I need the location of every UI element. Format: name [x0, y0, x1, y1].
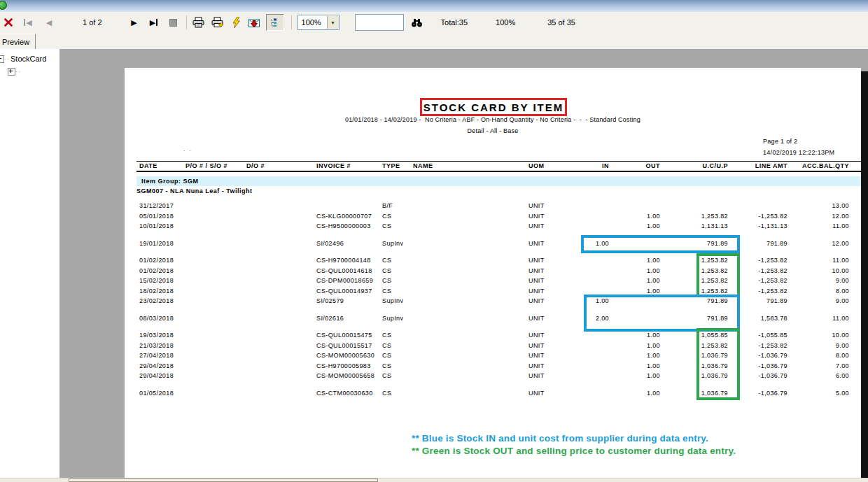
cell-type: CS — [382, 286, 413, 297]
cell-date: 01/02/2018 — [139, 255, 186, 266]
cell-do — [246, 239, 316, 249]
cell-uom: UNIT — [528, 276, 570, 286]
cell-invoice: CS-H9700004148 — [316, 255, 382, 266]
cell-in — [570, 330, 609, 341]
report-title: STOCK CARD BY ITEM — [424, 101, 564, 113]
cell-invoice: CS-QUL00014937 — [316, 286, 382, 297]
cell-date: 29/04/2018 — [139, 361, 186, 371]
print-setup-button[interactable] — [211, 15, 224, 30]
table-row: 15/02/2018CS-DPM00018659CSUNIT1.001,253.… — [139, 276, 849, 286]
col-do: D/O # — [246, 162, 316, 170]
cell-type: CS — [382, 361, 413, 371]
horizontal-scrollbar-thumb[interactable] — [69, 479, 378, 482]
cell-name — [413, 388, 528, 399]
cell-do — [246, 266, 316, 276]
cell-uom: UNIT — [528, 296, 570, 306]
horizontal-scrollbar[interactable] — [0, 478, 868, 482]
prev-page-icon: ◀ — [46, 19, 52, 27]
cell-name — [413, 361, 528, 371]
cell-type: CS — [382, 350, 413, 361]
table-row: 23/02/2018SI/02579SupInvUNIT1.00791.8979… — [139, 296, 849, 306]
report-page: STOCK CARD BY ITEM 01/01/2018 - 14/02/20… — [125, 68, 861, 478]
tree-node-stockcard[interactable]: ·· StockCard — [0, 53, 59, 64]
report-rows: 31/12/2017B/FUNIT13.0005/01/2018CS-KLG00… — [139, 201, 849, 398]
cell-po — [186, 276, 246, 286]
cell-date: 19/03/2018 — [139, 330, 186, 341]
col-name: NAME — [413, 162, 528, 170]
toggle-group-tree-button[interactable] — [266, 14, 284, 31]
cell-in — [570, 350, 609, 361]
report-subtitle-mode: Detail - All - Base — [125, 127, 861, 134]
search-input[interactable] — [355, 14, 404, 31]
table-row: 01/02/2018CS-H9700004148CSUNIT1.001,253.… — [139, 255, 849, 266]
cell-out: 1.00 — [609, 330, 660, 341]
cell-po — [186, 341, 246, 351]
print-setup-icon — [211, 17, 224, 28]
cell-uom: UNIT — [528, 371, 570, 381]
cell-po — [186, 350, 246, 361]
cell-bal: 11.00 — [788, 313, 849, 324]
cell-out: 1.00 — [609, 341, 660, 351]
refresh-button[interactable] — [231, 15, 242, 30]
cell-do — [246, 221, 316, 232]
item-group-row: Item Group: SGM — [136, 176, 861, 186]
export-button[interactable] — [248, 15, 260, 30]
table-row: 19/03/2018CS-QUL00015475CSUNIT1.001,055.… — [139, 330, 849, 341]
table-row: 01/02/2018CS-QUL00014618CSUNIT1.001,253.… — [139, 266, 849, 276]
cell-type: CS — [382, 276, 413, 286]
cell-do — [246, 341, 316, 351]
item-code-row: SGM007 - NLA Nuna Leaf - Twilight — [136, 187, 253, 194]
cell-name — [413, 313, 528, 324]
cell-date: 01/02/2018 — [139, 266, 186, 276]
cell-date: 31/12/2017 — [139, 201, 186, 211]
table-row: 29/04/2018CS-MOM00005658CSUNIT1.001,036.… — [139, 371, 849, 381]
close-preview-button[interactable] — [3, 15, 14, 30]
prev-page-button[interactable]: ◀ — [43, 15, 55, 30]
find-button[interactable] — [411, 15, 423, 30]
cell-po — [186, 361, 246, 371]
table-row: 31/12/2017B/FUNIT13.00 — [139, 201, 849, 211]
cell-out: 1.00 — [609, 350, 660, 361]
next-page-button[interactable]: ▶ — [129, 15, 140, 30]
cell-po — [186, 330, 246, 341]
cell-date: 01/05/2018 — [139, 388, 186, 399]
cell-bal: 9.00 — [788, 341, 849, 351]
cell-bal: 8.00 — [788, 286, 849, 297]
stop-loading-button[interactable] — [168, 15, 179, 30]
cell-name — [413, 286, 528, 297]
cell-uom: UNIT — [528, 341, 570, 351]
col-out: OUT — [609, 162, 660, 170]
collapse-box-icon[interactable] — [0, 55, 4, 63]
cell-uom: UNIT — [528, 361, 570, 371]
cell-po — [186, 296, 246, 306]
progress-percent-label: 100% — [496, 18, 515, 27]
cell-do — [246, 350, 316, 361]
table-row: 27/04/2018CS-MOM00005630CSUNIT1.001,036.… — [139, 350, 849, 361]
first-page-button[interactable]: ◀ — [22, 15, 34, 30]
table-row: 05/01/2018CS-KLG00000707CSUNIT1.001,253.… — [139, 211, 849, 222]
zoom-dropdown-button[interactable]: ▼ — [327, 16, 339, 29]
print-button[interactable] — [192, 15, 204, 30]
zoom-combobox[interactable]: 100% ▼ — [298, 15, 340, 30]
cell-invoice: CS-MOM00005658 — [316, 371, 382, 381]
cell-name — [413, 296, 528, 306]
cell-po — [186, 201, 246, 211]
cell-do — [246, 286, 316, 297]
cell-uom: UNIT — [528, 255, 570, 266]
page-number-label: Page 1 of 2 — [763, 136, 834, 147]
binoculars-icon — [411, 18, 423, 27]
expand-box-icon[interactable] — [8, 68, 15, 76]
last-page-button[interactable]: ▶ — [148, 15, 160, 30]
toolbar-separator — [291, 15, 292, 29]
cell-name — [413, 211, 528, 222]
cell-out: 1.00 — [609, 388, 660, 399]
highlight-box-green-2 — [696, 328, 740, 400]
cell-out: 1.00 — [609, 266, 660, 276]
tab-preview[interactable]: Preview — [0, 34, 36, 50]
cell-invoice: CS-QUL00015517 — [316, 341, 382, 351]
header-dots: . . — [183, 146, 192, 153]
col-in: IN — [570, 162, 609, 170]
table-row: 08/03/2018SI/02616SupInvUNIT2.00791.891,… — [139, 313, 849, 324]
cell-invoice: CS-H9500000003 — [316, 221, 382, 232]
tree-node-child[interactable]: ·· — [8, 66, 59, 77]
